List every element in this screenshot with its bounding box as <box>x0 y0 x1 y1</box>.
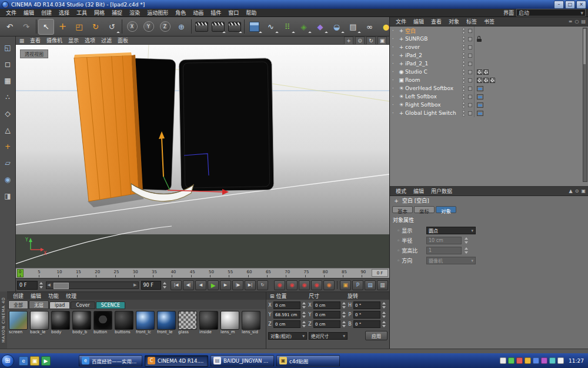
enable-toggle[interactable] <box>468 87 472 91</box>
make-editable-button[interactable]: ◱ <box>2 41 14 54</box>
timeline-tick[interactable]: 10 <box>57 270 62 274</box>
visibility-toggles[interactable] <box>460 94 466 100</box>
lock-y-axis-button[interactable]: Y <box>141 19 156 35</box>
expand-icon[interactable]: · <box>392 28 397 34</box>
ipad-black-right[interactable] <box>179 58 274 192</box>
editor-visibility-dot[interactable] <box>462 69 465 72</box>
maximize-button[interactable]: □ <box>565 1 575 9</box>
scale-tool-button[interactable]: ◰ <box>71 19 87 35</box>
slider-handle[interactable] <box>54 283 69 289</box>
keyframe-selection-button[interactable]: ▣ <box>340 280 351 290</box>
attribute-tab[interactable]: 基本 <box>392 206 413 213</box>
object-manager-menu-item[interactable]: 查看 <box>427 18 445 25</box>
add-deformer-button[interactable]: ◆ <box>312 19 328 35</box>
attribute-field[interactable]: 摄像机▾ <box>426 257 476 264</box>
material-thumbnail[interactable] <box>199 311 218 330</box>
coord-spinner[interactable] <box>382 302 386 309</box>
editor-visibility-dot[interactable] <box>462 44 465 47</box>
attribute-field[interactable]: 10 cm <box>426 237 462 244</box>
editor-visibility-dot[interactable] <box>462 28 465 31</box>
material-item[interactable]: front_lc <box>136 311 155 334</box>
minimize-button[interactable]: – <box>554 1 564 9</box>
timeline-tick[interactable]: 40 <box>171 270 176 274</box>
record-scale-button[interactable]: ◉ <box>299 280 310 290</box>
editor-visibility-dot[interactable] <box>462 61 465 64</box>
visibility-toggles[interactable] <box>460 36 466 42</box>
timeline-doc-button[interactable]: ▥ <box>377 280 388 290</box>
menu-item[interactable]: 运动图形 <box>143 9 172 16</box>
play-button[interactable]: ▶ <box>208 280 219 290</box>
tray-icon[interactable] <box>541 357 547 364</box>
lock-icon[interactable] <box>477 36 482 42</box>
material-thumbnail[interactable] <box>220 311 239 330</box>
polygons-mode-button[interactable]: △ <box>2 124 14 136</box>
menu-item[interactable]: 捕捉 <box>108 9 126 16</box>
taskbar-app-button[interactable]: CCINEMA 4D R14.... <box>145 355 208 367</box>
material-thumbnail[interactable] <box>178 311 197 330</box>
expand-icon[interactable]: · <box>392 53 397 58</box>
model-mode-button[interactable]: ◻ <box>2 58 14 70</box>
editor-visibility-dot[interactable] <box>462 85 465 88</box>
move-tool-button[interactable]: + <box>55 19 71 35</box>
tray-icon[interactable] <box>557 357 564 364</box>
material-tag-icon[interactable] <box>477 78 482 83</box>
viewport-menu-item[interactable]: 面板 <box>115 37 131 44</box>
lock-z-axis-button[interactable]: Z <box>157 19 173 35</box>
timeline-tick[interactable]: 30 <box>133 270 138 274</box>
timeline-tick[interactable]: 45 <box>190 270 195 274</box>
coord-spinner[interactable] <box>342 321 346 327</box>
tray-icon[interactable] <box>508 357 514 364</box>
am-panel-icon[interactable]: ▣ <box>581 188 586 194</box>
object-row[interactable]: ·+cover <box>390 43 588 51</box>
render-visibility-dot[interactable] <box>462 48 465 51</box>
coord-field[interactable]: 0 cm <box>313 301 340 309</box>
slider-left-icon[interactable]: ◀ <box>48 283 51 287</box>
render-visibility-dot[interactable] <box>462 114 465 117</box>
frame-start-spinner[interactable] <box>39 282 44 289</box>
editor-visibility-dot[interactable] <box>462 36 465 39</box>
object-row[interactable]: ·+SUNRGB <box>390 35 588 43</box>
menu-item[interactable]: 创建 <box>38 9 55 16</box>
enable-toggle[interactable] <box>468 95 472 99</box>
object-row[interactable]: ·☀Right Softbox <box>390 101 588 109</box>
material-tab[interactable]: SCENCE <box>96 301 125 309</box>
timeline-tick[interactable]: 70 <box>285 270 290 274</box>
camera-view-label[interactable]: 透视视图 <box>20 49 48 58</box>
menu-item[interactable]: 动画 <box>189 9 207 16</box>
attribute-field[interactable]: 1 <box>426 247 462 254</box>
rotate-tool-button[interactable]: ↻ <box>88 19 103 35</box>
attribute-menu-item[interactable]: 模式 <box>392 187 410 195</box>
window-titlebar[interactable]: CINEMA 4D R14.034 Studio (32 Bit) - [Ipa… <box>0 0 588 9</box>
next-frame-button[interactable]: ▶ <box>220 280 231 290</box>
live-selection-button[interactable]: ↖ <box>38 19 54 35</box>
menu-item[interactable]: 插件 <box>207 9 225 16</box>
visibility-toggles[interactable] <box>460 85 466 92</box>
object-row[interactable]: ·☀Left Softbox <box>390 92 588 101</box>
enable-toggle[interactable] <box>468 29 472 33</box>
object-tree-scrollbar[interactable] <box>583 28 587 182</box>
coord-spinner[interactable] <box>302 302 306 309</box>
object-row[interactable]: ·+Global Light Switch <box>390 109 588 117</box>
menu-item[interactable]: 窗口 <box>225 9 242 16</box>
tray-icon[interactable] <box>516 357 523 364</box>
object-row[interactable]: ·☀OverHead Softbox <box>390 84 588 92</box>
material-thumbnail[interactable] <box>30 311 49 330</box>
taskbar-app-button[interactable]: ▣c4d贴图 <box>276 355 340 367</box>
render-visibility-dot[interactable] <box>462 39 465 42</box>
render-visibility-dot[interactable] <box>462 89 465 92</box>
material-tab[interactable]: Cover <box>71 301 95 309</box>
expression-tag-icon[interactable] <box>477 102 483 108</box>
material-menu-item[interactable]: 纹理 <box>62 292 80 300</box>
render-visibility-dot[interactable] <box>462 64 465 67</box>
material-thumbnail[interactable] <box>115 311 133 330</box>
object-row[interactable]: ·▣Room <box>390 76 588 84</box>
timeline-tick[interactable]: 50 <box>209 270 214 274</box>
visibility-toggles[interactable] <box>460 28 466 34</box>
expand-icon[interactable]: · <box>392 111 397 116</box>
material-item[interactable]: buttons <box>115 311 134 334</box>
viewport-menu-item[interactable]: 过滤 <box>98 37 115 44</box>
menu-item[interactable]: 渲染 <box>126 9 143 16</box>
timeline-tick[interactable]: 60 <box>247 270 252 274</box>
object-row[interactable]: ·+空白 <box>390 26 588 35</box>
object-manager-menu-item[interactable]: 书签 <box>480 18 498 25</box>
